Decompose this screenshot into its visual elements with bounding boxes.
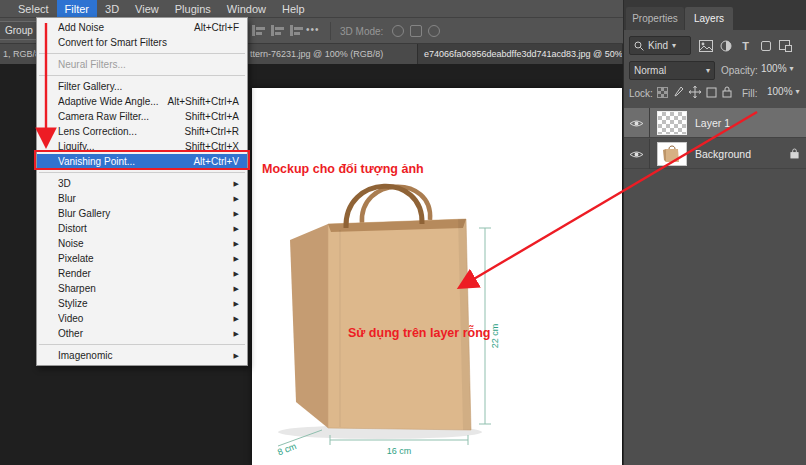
height-dimension-label: 22 cm (490, 324, 500, 349)
menu-plugins[interactable]: Plugins (167, 0, 219, 17)
chevron-down-icon: ▾ (706, 67, 710, 75)
kind-label: Kind (648, 40, 668, 51)
menu-item-label: Filter Gallery... (58, 79, 239, 94)
lock-buttons (657, 86, 732, 98)
3d-orbit-icon[interactable] (392, 25, 404, 37)
layer1-thumbnail[interactable] (657, 111, 687, 135)
tab-layers[interactable]: Layers (685, 7, 733, 30)
3d-slide-icon[interactable] (428, 25, 440, 37)
align-left-icon[interactable] (252, 25, 265, 36)
menu-item-liquify[interactable]: Liquify... Shift+Ctrl+X (37, 139, 247, 154)
menu-item-filter-gallery[interactable]: Filter Gallery... (37, 79, 247, 94)
submenu-arrow-icon: ▶ (234, 296, 239, 311)
menu-item-label: Convert for Smart Filters (58, 35, 239, 50)
menu-separator (39, 75, 245, 76)
lock-artboard-icon[interactable] (706, 87, 717, 98)
menu-item-label: Other (58, 326, 226, 341)
visibility-toggle[interactable] (624, 139, 650, 169)
menu-window[interactable]: Window (219, 0, 274, 17)
lock-icon (790, 148, 799, 159)
menu-filter[interactable]: Filter (57, 0, 97, 17)
menu-item-shortcut: Alt+Ctrl+V (193, 154, 239, 169)
menu-separator (39, 172, 245, 173)
menu-item-camera-raw-filter[interactable]: Camera Raw Filter... Shift+Ctrl+A (37, 109, 247, 124)
menu-item-neural-filters[interactable]: Neural Filters... (37, 57, 247, 72)
filter-shape-layers-button[interactable] (756, 36, 775, 55)
shape-icon (760, 40, 772, 52)
tab-properties[interactable]: Properties (626, 7, 684, 30)
3d-mode-icons (392, 25, 440, 37)
toolbar-divider (330, 22, 331, 40)
filter-type-layers-button[interactable]: T (736, 36, 755, 55)
group-label: Group (5, 25, 33, 36)
type-icon: T (742, 40, 749, 52)
layer-row-background[interactable]: Background (624, 139, 806, 169)
document-tab-active[interactable]: e74066fa06956deabdffe3dd741acd83.jpg @ 5… (418, 44, 623, 64)
eye-icon (629, 149, 644, 160)
menu-item-label: Camera Raw Filter... (58, 109, 177, 124)
menu-item-shortcut: Shift+Ctrl+X (185, 139, 239, 154)
kind-filter-dropdown[interactable]: Kind ▾ (629, 36, 691, 55)
menu-item-distort[interactable]: Distort ▶ (37, 221, 247, 236)
lock-pixels-brush-icon[interactable] (673, 86, 684, 98)
menu-item-blur-gallery[interactable]: Blur Gallery ▶ (37, 206, 247, 221)
fill-value-dropdown[interactable]: 100% ▾ (767, 86, 800, 97)
menu-item-render[interactable]: Render ▶ (37, 266, 247, 281)
menu-item-imagenomic[interactable]: Imagenomic ▶ (37, 348, 247, 363)
menu-item-adaptive-wide-angle[interactable]: Adaptive Wide Angle... Alt+Shift+Ctrl+A (37, 94, 247, 109)
submenu-arrow-icon: ▶ (234, 206, 239, 221)
lock-position-icon[interactable] (689, 86, 701, 98)
search-icon (634, 41, 644, 51)
menu-3d[interactable]: 3D (97, 0, 127, 17)
lock-transparency-icon[interactable] (657, 87, 668, 98)
submenu-arrow-icon: ▶ (234, 311, 239, 326)
blend-mode-dropdown[interactable]: Normal ▾ (629, 61, 715, 80)
background-thumbnail[interactable] (657, 142, 687, 166)
menu-view[interactable]: View (127, 0, 167, 17)
menu-item-convert-smart-filters[interactable]: Convert for Smart Filters (37, 35, 247, 50)
menu-select[interactable]: Select (10, 0, 57, 17)
layer-name[interactable]: Background (695, 139, 751, 169)
lock-all-icon[interactable] (722, 86, 732, 98)
menu-help[interactable]: Help (274, 0, 313, 17)
filter-adjustment-layers-button[interactable] (716, 36, 735, 55)
visibility-toggle[interactable] (624, 108, 650, 138)
filter-pixel-layers-button[interactable] (696, 36, 715, 55)
menu-item-label: Add Noise (58, 20, 186, 35)
menu-item-label: Video (58, 311, 226, 326)
menu-item-3d[interactable]: 3D ▶ (37, 176, 247, 191)
lock-label: Lock: (629, 88, 653, 99)
menu-item-shortcut: Alt+Shift+Ctrl+A (168, 94, 239, 109)
menu-item-add-noise[interactable]: Add Noise Alt+Ctrl+F (37, 20, 247, 35)
menu-item-blur[interactable]: Blur ▶ (37, 191, 247, 206)
layer-name[interactable]: Layer 1 (695, 108, 730, 138)
menu-item-vanishing-point[interactable]: Vanishing Point... Alt+Ctrl+V (37, 154, 247, 169)
submenu-arrow-icon: ▶ (234, 326, 239, 341)
menu-item-noise[interactable]: Noise ▶ (37, 236, 247, 251)
menu-item-label: Blur (58, 191, 226, 206)
fill-value: 100% (767, 86, 793, 97)
layers-panel: Properties Layers Kind ▾ T (623, 0, 806, 465)
layer-row-layer1[interactable]: Layer 1 (624, 108, 806, 138)
menu-item-stylize[interactable]: Stylize ▶ (37, 296, 247, 311)
submenu-arrow-icon: ▶ (234, 221, 239, 236)
3d-pan-icon[interactable] (410, 25, 422, 37)
filter-smart-objects-button[interactable] (776, 36, 795, 55)
submenu-arrow-icon: ▶ (234, 281, 239, 296)
photoshop-window: Select Filter 3D View Plugins Window Hel… (0, 0, 806, 465)
menu-item-label: Pixelate (58, 251, 226, 266)
menu-item-video[interactable]: Video ▶ (37, 311, 247, 326)
chevron-down-icon: ▾ (796, 88, 800, 96)
opacity-value-dropdown[interactable]: 100% ▾ (761, 63, 794, 74)
menu-item-lens-correction[interactable]: Lens Correction... Shift+Ctrl+R (37, 124, 247, 139)
align-center-icon[interactable] (271, 25, 284, 36)
blend-mode-value: Normal (634, 65, 702, 76)
menu-item-label: Vanishing Point... (58, 154, 185, 169)
menu-item-sharpen[interactable]: Sharpen ▶ (37, 281, 247, 296)
align-right-icon[interactable] (290, 25, 303, 36)
menu-item-pixelate[interactable]: Pixelate ▶ (37, 251, 247, 266)
menu-item-other[interactable]: Other ▶ (37, 326, 247, 341)
more-options-icon[interactable]: ••• (306, 24, 320, 35)
chevron-down-icon: ▾ (790, 65, 794, 73)
document-canvas[interactable]: 22 cm 16 cm 8 cm (252, 88, 622, 465)
